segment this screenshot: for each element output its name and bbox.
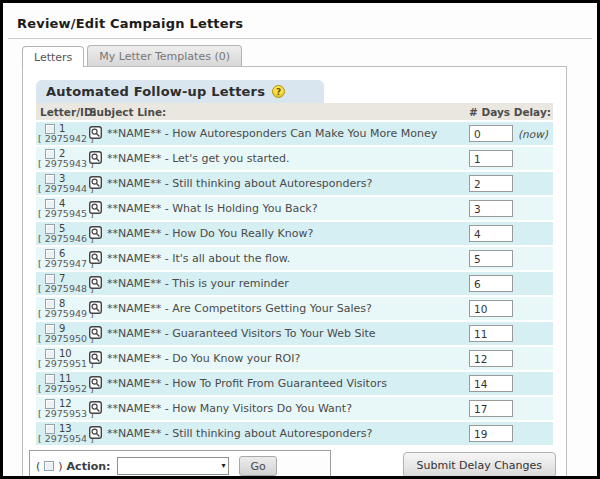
delay-input[interactable] [469,350,513,367]
delay-input[interactable] [469,250,513,267]
preview-letter-button[interactable] [89,351,102,367]
delay-cell: (now) [469,125,553,142]
delay-cell [469,325,553,342]
letter-number: 11 [59,374,72,384]
letter-id-cell: 12 [ 2975953 ] [36,399,89,419]
row-checkbox[interactable] [45,174,55,184]
letters-panel: Automated Follow-up Letters ? Letter/ID:… [22,66,567,479]
subject-line: **NAME** - What Is Holding You Back? [107,202,318,215]
letter-id-cell: 4 [ 2975945 ] [36,199,89,219]
row-checkbox[interactable] [45,249,55,259]
row-checkbox[interactable] [45,299,55,309]
preview-letter-button[interactable] [89,376,102,392]
delay-input[interactable] [469,275,513,292]
preview-letter-button[interactable] [89,301,102,317]
delay-input[interactable] [469,300,513,317]
letter-id: [ 2975944 ] [38,184,89,194]
subject-cell: **NAME** - Guaranteed Visitors To Your W… [89,326,469,342]
preview-letter-button[interactable] [89,176,102,192]
select-all-checkbox[interactable] [44,461,54,471]
row-checkbox[interactable] [45,349,55,359]
delay-input[interactable] [469,200,513,217]
letter-id: [ 2975945 ] [38,209,89,219]
table-row: 3 [ 2975944 ] **NAME** - Still thinking … [36,172,553,195]
delay-input[interactable] [469,375,513,392]
letter-id: [ 2975954 ] [38,434,89,444]
magnifier-icon [89,201,102,217]
action-label: Action: [67,460,111,473]
preview-letter-button[interactable] [89,251,102,267]
subject-line: **NAME** - Are Competitors Getting Your … [107,302,372,315]
delay-input[interactable] [469,175,513,192]
subject-cell: **NAME** - What Is Holding You Back? [89,201,469,217]
preview-letter-button[interactable] [89,226,102,242]
letter-id: [ 2975949 ] [38,309,89,319]
row-checkbox[interactable] [45,224,55,234]
letter-id-cell: 9 [ 2975950 ] [36,324,89,344]
letter-id: [ 2975948 ] [38,284,89,294]
magnifier-icon [89,276,102,292]
tab-letters[interactable]: Letters [22,46,84,67]
title-divider [8,38,592,39]
subject-line: **NAME** - How Many Visitors Do You Want… [107,402,352,415]
action-select[interactable]: ▾ [117,457,229,475]
subject-line: **NAME** - Let's get you started. [107,152,290,165]
letter-number: 5 [59,224,65,234]
magnifier-icon [89,151,102,167]
letter-id-cell: 3 [ 2975944 ] [36,174,89,194]
section-title: Automated Follow-up Letters [46,84,265,99]
row-checkbox[interactable] [45,324,55,334]
magnifier-icon [89,176,102,192]
row-checkbox[interactable] [45,199,55,209]
delay-cell [469,175,553,192]
letter-number: 3 [59,174,65,184]
letter-number: 6 [59,249,65,259]
preview-letter-button[interactable] [89,326,102,342]
page: Review/Edit Campaign Letters Letters My … [0,0,600,479]
delay-input[interactable] [469,225,513,242]
preview-letter-button[interactable] [89,276,102,292]
preview-letter-button[interactable] [89,401,102,417]
subject-cell: **NAME** - How Autoresponders Can Make Y… [89,126,469,142]
row-checkbox[interactable] [45,274,55,284]
tab-my-letter-templates[interactable]: My Letter Templates (0) [87,45,242,66]
subject-line: **NAME** - Do You Know your ROI? [107,352,300,365]
row-checkbox[interactable] [45,399,55,409]
row-checkbox[interactable] [45,149,55,159]
row-checkbox[interactable] [45,374,55,384]
letter-number: 8 [59,299,65,309]
subject-line: **NAME** - Guaranteed Visitors To Your W… [107,327,376,340]
letter-id: [ 2975950 ] [38,334,89,344]
row-checkbox[interactable] [45,424,55,434]
letter-number: 4 [59,199,65,209]
delay-input[interactable] [469,400,513,417]
go-button[interactable]: Go [239,456,276,476]
column-header-days-delay: # Days Delay: [469,106,553,118]
subject-line: **NAME** - It's all about the flow. [107,252,290,265]
subject-cell: **NAME** - Still thinking about Autoresp… [89,176,469,192]
preview-letter-button[interactable] [89,126,102,142]
subject-line: **NAME** - How Do You Really Know? [107,227,313,240]
letter-id-cell: 7 [ 2975948 ] [36,274,89,294]
subject-line: **NAME** - This is your reminder [107,277,289,290]
delay-input[interactable] [469,150,513,167]
preview-letter-button[interactable] [89,151,102,167]
letter-id: [ 2975953 ] [38,409,89,419]
preview-letter-button[interactable] [89,201,102,217]
subject-cell: **NAME** - Do You Know your ROI? [89,351,469,367]
magnifier-icon [89,301,102,317]
delay-input[interactable] [469,425,513,442]
subject-cell: **NAME** - How Do You Really Know? [89,226,469,242]
subject-cell: **NAME** - Are Competitors Getting Your … [89,301,469,317]
delay-input[interactable] [469,325,513,342]
magnifier-icon [89,126,102,142]
delay-input[interactable] [469,125,513,142]
subject-cell: **NAME** - Still thinking about Autoresp… [89,426,469,442]
letter-id: [ 2975943 ] [38,159,89,169]
submit-delay-changes-button[interactable]: Submit Delay Changes [403,452,556,478]
preview-letter-button[interactable] [89,426,102,442]
delay-cell [469,200,553,217]
subject-line: **NAME** - How Autoresponders Can Make Y… [107,127,437,140]
help-icon[interactable]: ? [272,85,285,98]
row-checkbox[interactable] [45,124,55,134]
